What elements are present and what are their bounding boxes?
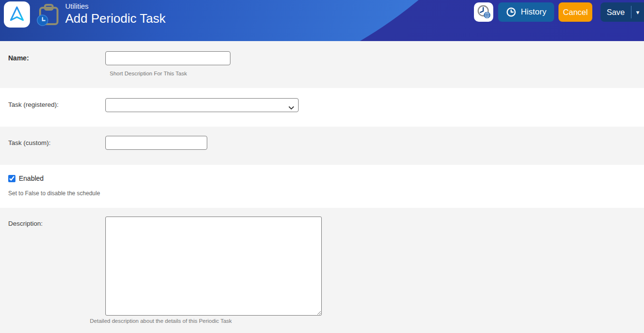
- task-custom-field-row: Task (custom):: [0, 127, 644, 165]
- paper-plane-icon: [8, 5, 26, 25]
- recent-schedules-button[interactable]: [474, 2, 493, 22]
- enabled-helper-text: Set to False to disable the schedule: [8, 190, 100, 197]
- save-split-button: Save ▾: [601, 2, 644, 22]
- cancel-button[interactable]: Cancel: [558, 2, 592, 22]
- task-registered-select[interactable]: [105, 98, 299, 112]
- enabled-checkbox[interactable]: [8, 175, 15, 182]
- clock-icon: [506, 7, 516, 17]
- name-helper-text: Short Description For This Task: [110, 71, 187, 76]
- task-custom-input[interactable]: [105, 136, 207, 150]
- save-button[interactable]: Save: [601, 2, 631, 22]
- enabled-label[interactable]: Enabled: [19, 174, 43, 182]
- title-block: Utilities Add Periodic Task: [65, 1, 166, 27]
- page-title: Add Periodic Task: [65, 11, 166, 27]
- description-textarea[interactable]: [105, 217, 322, 316]
- task-registered-field-row: Task (registered):: [0, 88, 644, 127]
- add-periodic-task-form: Name: Short Description For This Task Ta…: [0, 41, 644, 333]
- breadcrumb: Utilities: [65, 1, 166, 11]
- task-registered-label: Task (registered):: [8, 101, 58, 108]
- app-logo[interactable]: [4, 1, 30, 28]
- task-custom-label: Task (custom):: [8, 139, 51, 146]
- save-dropdown-toggle[interactable]: ▾: [631, 2, 644, 22]
- task-registered-select-wrap: [105, 98, 299, 112]
- clipboard-clock-icon: [37, 3, 61, 29]
- description-field-row: Description: Detailed description about …: [0, 208, 644, 333]
- description-helper-text: Detailed description about the details o…: [90, 318, 232, 324]
- history-button[interactable]: History: [498, 2, 554, 22]
- enabled-field-row: Enabled Set to False to disable the sche…: [0, 165, 644, 208]
- history-button-label: History: [521, 7, 546, 17]
- app-header: Utilities Add Periodic Task: [0, 0, 644, 41]
- description-label: Description:: [8, 220, 43, 227]
- name-input[interactable]: [105, 51, 230, 65]
- clock-globe-icon: [476, 4, 491, 21]
- page: Utilities Add Periodic Task: [0, 0, 644, 333]
- name-label: Name:: [8, 54, 29, 62]
- name-field-row: Name: Short Description For This Task: [0, 41, 644, 88]
- caret-down-icon: ▾: [636, 9, 640, 16]
